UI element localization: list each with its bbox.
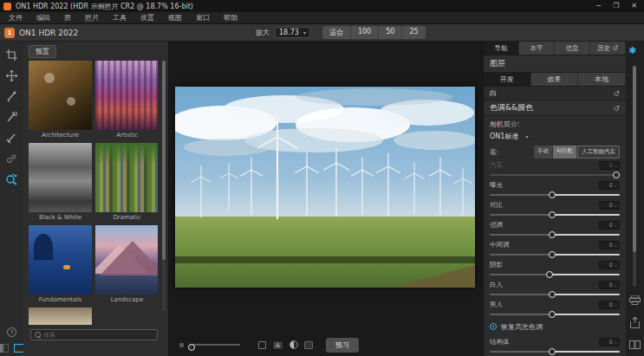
menu-settings[interactable]: 设置 — [140, 13, 154, 23]
tone-color-section-header[interactable]: 色调&&颜色 ↺ — [484, 100, 626, 116]
preset-black-white[interactable]: Black & White — [29, 143, 92, 222]
reset-icon[interactable]: ↺ — [613, 89, 620, 98]
preset-thumbnail — [29, 143, 92, 212]
chevron-down-icon: ▾ — [303, 29, 306, 36]
print-icon[interactable] — [629, 295, 641, 305]
undo-icon: ↺ — [612, 44, 618, 52]
zoom-100-button[interactable]: 100 — [351, 26, 379, 39]
search-input[interactable] — [43, 332, 153, 338]
preset-search — [30, 329, 158, 340]
exposure-slider[interactable] — [490, 191, 620, 198]
compare-view-icon[interactable] — [258, 341, 266, 349]
maximize-button[interactable]: ❐ — [613, 0, 619, 12]
preset-artistic[interactable]: Artistic — [95, 61, 158, 139]
auto-slider-row: 汽车 0 — [484, 161, 626, 178]
reset-icon[interactable]: ↺ — [613, 104, 620, 113]
move-tool-icon[interactable] — [5, 69, 18, 82]
panel-scrollbar[interactable] — [633, 66, 636, 287]
preset-fundamentals[interactable]: Fundamentals — [29, 225, 92, 304]
menu-bar: 文件 编辑 层 照片 工具 设置 视图 窗口 帮助 — [0, 12, 644, 24]
tab-info[interactable]: 信息 — [555, 42, 590, 55]
preset-thumbnail: MAGIC — [29, 307, 92, 325]
tab-levels[interactable]: 水平 — [519, 42, 555, 55]
radio-icon — [490, 323, 497, 330]
layers-section-header[interactable]: 图层 — [484, 55, 626, 73]
export-icon[interactable] — [630, 317, 640, 328]
structure-slider[interactable] — [490, 347, 620, 355]
masking-bug-tool-icon[interactable] — [5, 111, 18, 124]
app-window: ON1 HDR 2022 (HDR 示例照片 CR2 @ 18.7% 16-bi… — [0, 0, 644, 356]
auto-slider[interactable] — [490, 171, 620, 178]
zoom-50-button[interactable]: 50 — [379, 26, 402, 39]
tool-strip: ? — [0, 42, 23, 356]
title-bar: ON1 HDR 2022 (HDR 示例照片 CR2 @ 18.7% 16-bi… — [0, 0, 644, 12]
help-icon[interactable]: ? — [7, 327, 16, 337]
zoom-out-icon[interactable] — [179, 343, 184, 347]
blacks-slider-row: 黑人0 — [484, 301, 626, 318]
tone-ai-auto-button[interactable]: 人工智能汽车 — [577, 146, 620, 159]
mask-view-icon[interactable] — [289, 340, 298, 349]
exposure-slider-row: 曝光0 — [484, 181, 626, 198]
shadows-slider-row: 阴影0 — [484, 261, 626, 278]
compare-pages-icon[interactable] — [629, 340, 641, 349]
close-button[interactable]: ✕ — [631, 0, 637, 12]
preset-thumbnail — [95, 225, 158, 295]
preset-architecture[interactable]: Architecture — [29, 61, 92, 139]
masking-brush-tool-icon[interactable] — [5, 90, 18, 103]
preset-magic[interactable]: MAGIC — [29, 307, 92, 325]
browse-panel-icon[interactable] — [0, 344, 9, 353]
tone-ai-match-button[interactable]: AI匹配 — [553, 146, 577, 159]
whites-slider[interactable] — [490, 290, 620, 298]
menu-layer[interactable]: 层 — [64, 13, 71, 23]
search-icon — [35, 332, 41, 338]
photo-windmills — [175, 87, 475, 288]
retouch-tool-icon[interactable] — [5, 152, 18, 165]
tab-local[interactable]: 本地 — [578, 73, 626, 86]
zoom-25-button[interactable]: 25 — [402, 26, 425, 39]
presets-tab[interactable]: 预置 — [29, 45, 56, 58]
preset-dramatic[interactable]: Dramatic — [95, 143, 158, 222]
canvas-bottom-bar: A 预习 — [169, 333, 483, 356]
presets-scrollbar[interactable] — [162, 61, 166, 312]
zoom-value-dropdown[interactable]: 18.73 ▾ — [275, 27, 310, 38]
preset-landscape[interactable]: Landscape — [95, 225, 158, 304]
menu-photo[interactable]: 照片 — [85, 13, 99, 23]
tab-navigator[interactable]: 导航 — [484, 42, 519, 55]
presets-panel: 预置 Architecture Artistic Black & White D… — [23, 42, 169, 356]
original-toggle-button[interactable]: A — [272, 340, 283, 350]
menu-help[interactable]: 帮助 — [224, 13, 237, 23]
midtones-slider-row: 中间调0 — [484, 241, 626, 258]
camera-profile-dropdown[interactable]: ON1标准 ▾ — [484, 130, 626, 143]
right-edge-strip: ✱ — [626, 42, 644, 356]
midtones-slider[interactable] — [490, 250, 620, 258]
highlights-slider[interactable] — [490, 230, 620, 238]
fit-button[interactable]: 适合 — [322, 26, 351, 39]
rescue-highlights-toggle[interactable]: 恢复高光色调 — [484, 320, 626, 333]
preset-thumbnail — [95, 143, 158, 212]
contrast-slider-row: 对比0 — [484, 201, 626, 218]
refine-brush-tool-icon[interactable] — [5, 132, 18, 145]
ai-mask-tool-icon[interactable] — [5, 173, 18, 186]
crop-tool-icon[interactable] — [5, 49, 18, 61]
menu-view[interactable]: 视图 — [168, 13, 182, 23]
shadows-slider[interactable] — [490, 270, 620, 278]
tab-effects[interactable]: 效果 — [531, 73, 579, 86]
menu-window[interactable]: 窗口 — [196, 13, 210, 23]
contrast-slider[interactable] — [490, 210, 620, 218]
tab-history[interactable]: 历史 ↺ — [590, 42, 626, 55]
ai-section-row[interactable]: 白 ↺ — [484, 87, 626, 100]
tab-develop[interactable]: 开发 — [484, 73, 531, 86]
bottom-zoom-slider[interactable] — [190, 344, 240, 346]
app-title: ON1 HDR 2022 — [19, 29, 78, 37]
ai-panel-icon[interactable]: ✱ — [628, 45, 636, 56]
menu-tools[interactable]: 工具 — [113, 13, 127, 23]
tone-manual-button[interactable]: 手动 — [534, 146, 553, 159]
blacks-slider[interactable] — [490, 310, 620, 318]
minimize-button[interactable]: ─ — [596, 0, 601, 12]
menu-edit[interactable]: 编辑 — [36, 13, 50, 23]
menu-file[interactable]: 文件 — [9, 13, 23, 23]
preview-button[interactable]: 预习 — [326, 338, 359, 353]
camera-profile-label: 相机简介: — [484, 119, 626, 130]
split-view-icon[interactable] — [304, 341, 313, 349]
canvas-area[interactable]: A 预习 — [169, 42, 483, 356]
